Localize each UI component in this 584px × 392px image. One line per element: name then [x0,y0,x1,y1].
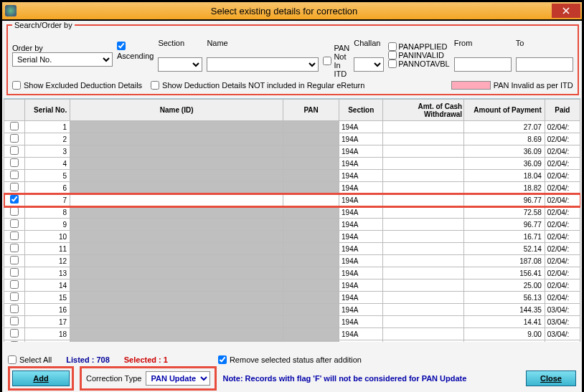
title-text: Select existing details for correction [17,6,552,16]
cell-pan [283,206,339,219]
show-excluded-checkbox[interactable] [12,81,21,90]
cell-cash [383,133,464,145]
row-checkbox[interactable] [10,256,19,264]
row-checkbox[interactable] [10,317,19,325]
show-not-included-checkbox[interactable] [151,81,159,90]
close-button[interactable]: Close [526,371,576,386]
correction-type-select[interactable]: PAN Update [146,371,210,386]
row-checkbox[interactable] [10,195,19,204]
app-icon [5,5,17,16]
cell-section: 194A [339,182,383,194]
cell-serial: 13 [24,267,70,279]
table-row[interactable]: 11194A52.1402/04/: [4,243,580,255]
cell-name [70,328,283,340]
table-row[interactable]: 6194A18.8202/04/: [4,182,580,194]
row-checkbox[interactable] [10,280,19,289]
row-checkbox[interactable] [10,292,19,301]
row-checkbox[interactable] [10,146,19,155]
row-checkbox[interactable] [10,305,19,313]
challan-select[interactable] [354,57,384,72]
row-checkbox[interactable] [10,219,19,228]
table-row[interactable]: 3194A36.0902/04/: [4,145,580,158]
remove-status-checkbox[interactable] [218,355,227,364]
cell-cash [383,231,464,243]
dialog-window: Select existing details for correction S… [0,0,584,392]
cell-pan [283,133,339,145]
paninvalid-checkbox[interactable] [388,51,397,59]
show-excluded-checkbox-label[interactable]: Show Excluded Deduction Details [12,81,142,90]
panapplied-checkbox-label[interactable]: PANAPPLIED [388,42,450,51]
pan-not-in-itd-checkbox[interactable] [323,57,331,65]
row-checkbox[interactable] [10,183,19,191]
select-all-checkbox[interactable] [8,355,17,364]
cell-amount: 187.08 [464,255,545,267]
from-input[interactable] [454,57,512,72]
cell-section: 194A [339,170,383,182]
table-row[interactable]: 8194A72.5802/04/: [4,206,580,219]
name-select[interactable] [207,57,319,72]
table-row[interactable]: 4194A36.0902/04/: [4,158,580,170]
pannotavbl-checkbox-label[interactable]: PANNOTAVBL [388,59,450,68]
table-row[interactable]: 19194A8.0603/04/: [4,340,580,343]
cell-paid: 02/04/: [545,182,580,194]
order-by-select[interactable]: Serial No. [12,52,113,67]
cell-section: 194A [339,279,383,292]
table-row[interactable]: 15194A56.1302/04/: [4,292,580,304]
cell-paid: 02/04/: [545,255,580,267]
section-select[interactable] [158,57,202,72]
select-all-checkbox-label[interactable]: Select All [8,355,52,364]
table-row[interactable]: 10194A16.7102/04/: [4,231,580,243]
table-row[interactable]: 14194A25.0002/04/: [4,279,580,292]
table-row[interactable]: 2194A8.6902/04/: [4,133,580,145]
row-checkbox[interactable] [10,341,19,342]
pannotavbl-checkbox[interactable] [388,59,397,68]
table-row[interactable]: 12194A187.0802/04/: [4,255,580,267]
row-checkbox[interactable] [10,158,19,167]
row-checkbox[interactable] [10,329,19,338]
row-checkbox[interactable] [10,244,19,252]
cell-pan [283,255,339,267]
table-row[interactable]: 18194A9.0003/04/: [4,328,580,340]
cell-cash [383,267,464,279]
cell-serial: 10 [24,231,70,243]
remove-status-checkbox-label[interactable]: Remove selected status after addition [218,355,362,364]
cell-cash [383,255,464,267]
table-row[interactable]: 7194A96.7702/04/: [4,194,580,206]
paninvalid-checkbox-label[interactable]: PANINVALID [388,51,450,59]
footer-note: Note: Records with flag 'F' will not be … [222,374,520,383]
cell-amount: 36.09 [464,158,545,170]
row-checkbox[interactable] [10,171,19,179]
table-row[interactable]: 9194A96.7702/04/: [4,219,580,231]
titlebar: Select existing details for correction [2,2,582,19]
window-close-button[interactable] [552,4,580,18]
row-checkbox[interactable] [10,207,19,216]
row-checkbox[interactable] [10,134,19,143]
cell-cash [383,158,464,170]
ascending-checkbox-label[interactable]: Ascending [117,42,154,60]
cell-name [70,194,283,206]
table-row[interactable]: 1194A27.0702/04/: [4,121,580,133]
cell-section: 194A [339,121,383,133]
cell-cash [383,206,464,219]
row-checkbox[interactable] [10,231,19,240]
add-button[interactable]: Add [12,371,70,386]
panapplied-checkbox[interactable] [388,42,397,51]
cell-paid: 02/04/: [545,206,580,219]
search-legend: Search/Order by [12,21,75,29]
show-not-included-checkbox-label[interactable]: Show Deduction Details NOT included in R… [151,81,364,90]
cell-section: 194A [339,231,383,243]
cell-paid: 03/04/: [545,340,580,343]
table-row[interactable]: 5194A18.0402/04/: [4,170,580,182]
to-input[interactable] [516,57,573,72]
table-row[interactable]: 17194A14.4103/04/: [4,316,580,328]
cell-pan [283,158,339,170]
cell-pan [283,340,339,343]
row-checkbox[interactable] [10,122,19,130]
pan-not-in-itd-checkbox-label[interactable]: PAN Not In ITD [323,44,349,78]
row-checkbox[interactable] [10,268,19,277]
cell-name [70,279,283,292]
table-row[interactable]: 13194A156.4102/04/: [4,267,580,279]
table-row[interactable]: 16194A144.3503/04/: [4,304,580,316]
header-amount: Amount of Payment [464,100,545,121]
ascending-checkbox[interactable] [117,42,126,50]
